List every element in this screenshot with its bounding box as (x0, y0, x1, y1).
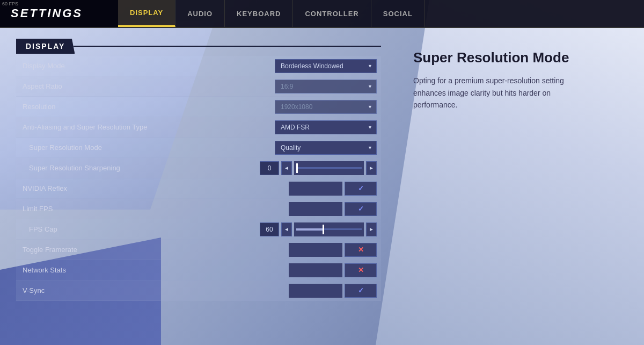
section-title: DISPLAY (16, 39, 75, 54)
dropdown-anti-aliasing[interactable]: AMD FSR (275, 120, 377, 134)
row-label-toggle-framerate: Toggle Framerate (16, 246, 289, 254)
settings-rows-container: Display ModeBorderless WindowedAspect Ra… (16, 56, 381, 301)
tab-audio[interactable]: AUDIO (175, 0, 225, 27)
row-control-display-mode: Borderless Windowed (263, 59, 381, 73)
slider-left-btn-super-resolution-sharpening[interactable]: ◄ (281, 161, 292, 175)
row-label-super-resolution-sharpening: Super Resolution Sharpening (16, 164, 260, 172)
settings-row-display-mode: Display ModeBorderless Windowed (16, 56, 381, 76)
nav-tabs: DISPLAY AUDIO KEYBOARD CONTROLLER SOCIAL (118, 0, 425, 27)
row-label-anti-aliasing: Anti-Aliasing and Super Resolution Type (16, 123, 263, 131)
slider-right-btn-super-resolution-sharpening[interactable]: ► (366, 161, 377, 175)
settings-row-limit-fps: Limit FPS✓ (16, 199, 381, 219)
settings-row-aspect-ratio: Aspect Ratio16:9 (16, 76, 381, 97)
settings-row-nvidia-reflex: NVIDIA Reflex✓ (16, 178, 381, 199)
fps-counter: 60 FPS (2, 1, 18, 6)
settings-row-toggle-framerate: Toggle Framerate✕ (16, 240, 381, 260)
slider-fill-fps-cap (296, 228, 323, 231)
row-control-vsync: ✓ (289, 284, 381, 298)
checkbox-bg-nvidia-reflex (289, 182, 342, 196)
row-label-fps-cap: FPS Cap (16, 225, 260, 233)
row-label-aspect-ratio: Aspect Ratio (16, 82, 263, 90)
tab-controller[interactable]: CONTROLLER (293, 0, 371, 27)
checkbox-limit-fps[interactable]: ✓ (345, 202, 377, 216)
settings-row-super-resolution-sharpening: Super Resolution Sharpening0◄► (16, 158, 381, 178)
row-control-toggle-framerate: ✕ (289, 243, 381, 257)
slider-right-btn-fps-cap[interactable]: ► (366, 222, 377, 236)
tab-social[interactable]: SOCIAL (371, 0, 425, 27)
tab-display[interactable]: DISPLAY (118, 0, 175, 27)
checkbox-bg-network-stats (289, 263, 342, 277)
checkbox-bg-toggle-framerate (289, 243, 342, 257)
slider-thumb-super-resolution-sharpening (296, 163, 298, 173)
settings-row-vsync: V-Sync✓ (16, 281, 381, 301)
slider-value-super-resolution-sharpening: 0 (260, 161, 279, 175)
dropdown-wrapper-aspect-ratio: 16:9 (275, 80, 377, 94)
settings-panel: DISPLAY Display ModeBorderless WindowedA… (0, 28, 397, 345)
settings-row-anti-aliasing: Anti-Aliasing and Super Resolution TypeA… (16, 117, 381, 138)
row-control-super-resolution-sharpening: 0◄► (260, 161, 381, 175)
dropdown-aspect-ratio: 16:9 (275, 80, 377, 94)
row-control-fps-cap: 60◄► (260, 222, 381, 236)
app-logo: SETTINGS (11, 6, 83, 20)
settings-row-resolution: Resolution1920x1080 (16, 97, 381, 117)
checkbox-bg-limit-fps (289, 202, 342, 216)
dropdown-super-resolution-mode[interactable]: Quality (275, 141, 377, 155)
info-description: Opting for a premium super-resolution se… (413, 75, 585, 111)
slider-track-fps-cap[interactable] (294, 222, 364, 236)
main-content: DISPLAY Display ModeBorderless WindowedA… (0, 28, 644, 345)
row-label-vsync: V-Sync (16, 286, 289, 294)
row-control-nvidia-reflex: ✓ (289, 182, 381, 196)
checkbox-network-stats[interactable]: ✕ (345, 263, 377, 277)
slider-thumb-fps-cap (323, 225, 324, 234)
checkbox-nvidia-reflex[interactable]: ✓ (345, 182, 377, 196)
section-title-line (74, 46, 381, 47)
dropdown-wrapper-super-resolution-mode: Quality (275, 141, 377, 155)
row-label-display-mode: Display Mode (16, 62, 263, 70)
row-control-resolution: 1920x1080 (263, 100, 381, 114)
slider-track-inner-super-resolution-sharpening (296, 167, 362, 169)
settings-row-network-stats: Network Stats✕ (16, 260, 381, 281)
dropdown-wrapper-resolution: 1920x1080 (275, 100, 377, 114)
top-bar: 60 FPS SETTINGS DISPLAY AUDIO KEYBOARD C… (0, 0, 644, 28)
row-label-limit-fps: Limit FPS (16, 205, 289, 213)
dropdown-wrapper-display-mode: Borderless Windowed (275, 59, 377, 73)
info-title: Super Resolution Mode (413, 49, 628, 66)
dropdown-wrapper-anti-aliasing: AMD FSR (275, 120, 377, 134)
row-label-resolution: Resolution (16, 103, 263, 111)
tab-keyboard[interactable]: KEYBOARD (225, 0, 293, 27)
dropdown-resolution: 1920x1080 (275, 100, 377, 114)
row-control-anti-aliasing: AMD FSR (263, 120, 381, 134)
settings-row-super-resolution-mode: Super Resolution ModeQuality (16, 138, 381, 158)
row-control-limit-fps: ✓ (289, 202, 381, 216)
section-header: DISPLAY (16, 39, 381, 54)
checkbox-vsync[interactable]: ✓ (345, 284, 377, 298)
row-label-super-resolution-mode: Super Resolution Mode (16, 143, 263, 152)
slider-value-fps-cap: 60 (260, 222, 279, 236)
settings-row-fps-cap: FPS Cap60◄► (16, 219, 381, 240)
row-control-aspect-ratio: 16:9 (263, 80, 381, 94)
row-label-nvidia-reflex: NVIDIA Reflex (16, 184, 289, 192)
checkbox-toggle-framerate[interactable]: ✕ (345, 243, 377, 257)
row-control-network-stats: ✕ (289, 263, 381, 277)
row-control-super-resolution-mode: Quality (263, 141, 381, 155)
slider-left-btn-fps-cap[interactable]: ◄ (281, 222, 292, 236)
slider-track-super-resolution-sharpening[interactable] (294, 161, 364, 175)
row-label-network-stats: Network Stats (16, 266, 289, 274)
info-panel: Super Resolution Mode Opting for a premi… (397, 28, 644, 345)
dropdown-display-mode[interactable]: Borderless Windowed (275, 59, 377, 73)
checkbox-bg-vsync (289, 284, 342, 298)
